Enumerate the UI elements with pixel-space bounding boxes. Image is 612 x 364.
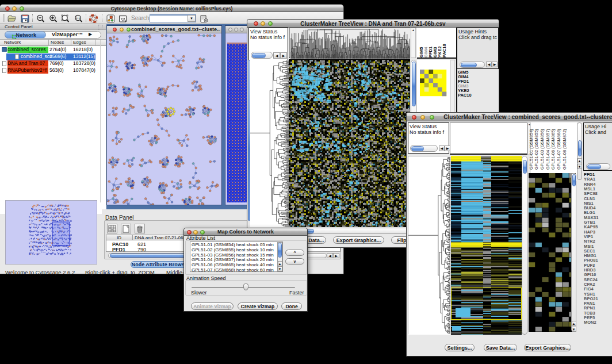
svg-text:1:1: 1:1 bbox=[76, 16, 80, 20]
